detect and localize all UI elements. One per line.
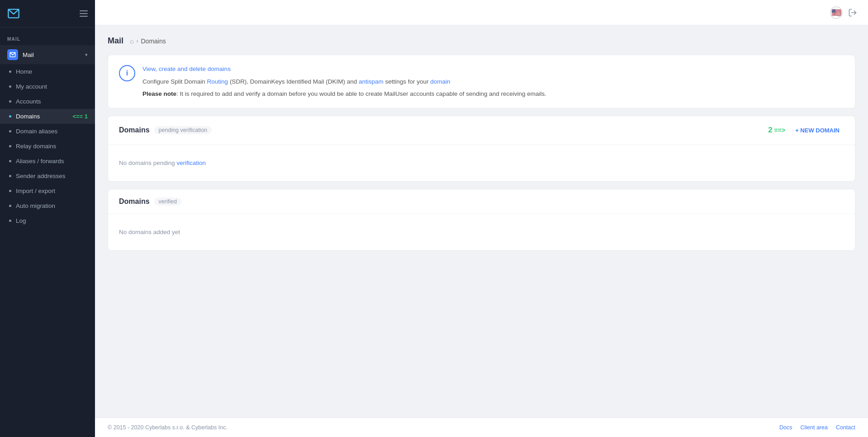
sidebar-group-label: Mail [23,52,34,58]
verified-panel: Domains verified No domains added yet [108,189,855,251]
sidebar-item-label: Auto migration [16,202,55,209]
pending-panel-title: Domains pending verification [119,126,212,134]
footer-client-area-link[interactable]: Client area [800,424,827,431]
sidebar-item-my-account[interactable]: My account [0,79,95,94]
home-icon: ⌂ [130,38,133,45]
sidebar-item-label: Domain aliases [16,128,57,135]
footer-docs-link[interactable]: Docs [779,424,792,431]
footer: © 2015 - 2020 Cyberlabs s.r.o. & Cyberla… [95,418,868,437]
sidebar-item-aliases-forwards[interactable]: Aliases / forwards [0,154,95,169]
verified-panel-title: Domains verified [119,197,181,206]
view-create-delete-link[interactable]: View, create and delete domains [142,66,231,72]
pending-title-text: Domains [119,126,150,134]
info-icon: i [119,65,135,81]
footer-contact-link[interactable]: Contact [836,424,855,431]
verified-empty-message: No domains added yet [119,229,180,235]
sidebar-item-sender-addresses[interactable]: Sender addresses [0,169,95,183]
line2-suffix: settings for your [384,78,431,85]
line2-prefix: Configure Split Domain [142,78,207,85]
sidebar-item-home[interactable]: Home [0,64,95,79]
sidebar-item-label: Home [16,68,32,75]
sidebar-item-label: Log [16,217,26,224]
line2-middle: (SDR), DomainKeys Identified Mail (DKIM)… [228,78,359,85]
sidebar-header [0,0,95,28]
domain-link[interactable]: domain [430,78,450,85]
sidebar-item-label: Import / export [16,188,55,194]
pending-panel-body: No domains pending verification [108,145,855,181]
verified-panel-body: No domains added yet [108,214,855,250]
verification-link[interactable]: verification [177,160,206,166]
pending-panel-actions: 2 ==> + NEW DOMAIN [768,124,844,136]
page-title: Mail [108,36,123,46]
language-flag[interactable]: 🇺🇸 [830,6,843,19]
sidebar-item-auto-migration[interactable]: Auto migration [0,198,95,213]
main-content: 🇺🇸 Mail ⌂ › Domains i View, create and d… [95,0,868,437]
pending-empty-message: No domains pending verification [119,160,206,166]
pending-verification-panel: Domains pending verification 2 ==> + NEW… [108,116,855,182]
sidebar-item-label: Relay domains [16,143,56,150]
sidebar-item-relay-domains[interactable]: Relay domains [0,139,95,154]
sidebar-dot-icon [9,145,11,147]
content-area: Mail ⌂ › Domains i View, create and dele… [95,25,868,418]
sidebar-item-log[interactable]: Log [0,213,95,228]
sidebar-item-domains[interactable]: Domains<== 1 [0,109,95,124]
sidebar-group-icon-wrapper: Mail [7,49,34,60]
note-text: : It is required to add and verify a dom… [176,90,546,97]
footer-links: Docs Client area Contact [779,424,855,431]
hamburger-icon[interactable] [80,10,88,17]
sidebar: MAIL Mail ▾ HomeMy accountAccountsDomain… [0,0,95,437]
logout-button[interactable] [848,8,857,17]
sidebar-dot-icon [9,70,11,73]
footer-copyright: © 2015 - 2020 Cyberlabs s.r.o. & Cyberla… [108,424,228,431]
sidebar-section-label: MAIL [0,28,95,45]
sidebar-dot-icon [9,160,11,162]
sidebar-item-label: Domains [16,113,40,120]
chevron-down-icon: ▾ [85,52,88,58]
mail-logo-icon [7,7,20,20]
sidebar-item-label: Sender addresses [16,173,66,179]
annotation-arrow: <== 1 [72,113,88,120]
topbar: 🇺🇸 [95,0,868,25]
sidebar-dot-icon [9,130,11,132]
sidebar-nav: HomeMy accountAccountsDomains<== 1Domain… [0,64,95,228]
sidebar-item-import-export[interactable]: Import / export [0,183,95,198]
sidebar-item-label: My account [16,83,47,90]
pending-badge: pending verification [154,126,212,134]
sidebar-item-label: Aliases / forwards [16,158,64,164]
info-card: i View, create and delete domains Config… [108,55,855,108]
sidebar-item-domain-aliases[interactable]: Domain aliases [0,124,95,139]
antispam-link[interactable]: antispam [359,78,384,85]
routing-link[interactable]: Routing [207,78,228,85]
sidebar-item-accounts[interactable]: Accounts [0,94,95,109]
sidebar-group-mail[interactable]: Mail ▾ [0,45,95,64]
count-arrow: ==> [774,127,786,134]
sidebar-dot-icon [9,175,11,177]
breadcrumb-separator: › [136,38,138,44]
pending-empty-text-prefix: No domains pending [119,160,177,166]
sidebar-dot-icon [9,190,11,192]
count-number: 2 [768,126,772,135]
mail-group-icon [7,49,18,60]
sidebar-dot-icon [9,85,11,88]
note-bold: Please note [142,90,176,97]
breadcrumb: Mail ⌂ › Domains [108,36,855,46]
verified-panel-header: Domains verified [108,189,855,214]
sidebar-dot-icon [9,100,11,103]
new-domain-button[interactable]: + NEW DOMAIN [791,124,844,136]
sidebar-dot-icon [9,220,11,222]
breadcrumb-current: Domains [141,38,166,45]
verified-badge: verified [154,197,181,206]
pending-panel-header: Domains pending verification 2 ==> + NEW… [108,116,855,145]
sidebar-dot-icon [9,115,11,117]
sidebar-item-label: Accounts [16,98,41,105]
info-text: View, create and delete domains Configur… [142,64,546,99]
domain-count: 2 ==> [768,126,785,135]
sidebar-dot-icon [9,205,11,207]
verified-title-text: Domains [119,197,150,206]
